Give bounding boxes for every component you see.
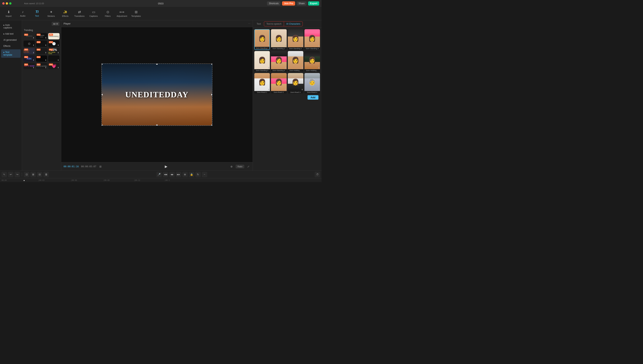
- download-icon[interactable]: ⬇: [45, 59, 47, 61]
- toolbar-audio[interactable]: ♪ Audio: [16, 8, 30, 19]
- selection-handle-ml[interactable]: [101, 94, 103, 96]
- joinpro-button[interactable]: Join Pro: [282, 1, 295, 6]
- download-icon[interactable]: ⬇: [33, 44, 34, 46]
- character-item[interactable]: 🧓 Dom-Row3 4 ⬇: [304, 73, 320, 94]
- download-icon[interactable]: ⬇: [268, 88, 269, 90]
- share-button[interactable]: Share: [297, 1, 306, 6]
- template-item[interactable]: Pro ⬇: [24, 33, 35, 40]
- snap-button[interactable]: ⊕: [182, 172, 188, 177]
- download-icon[interactable]: ⬇: [301, 45, 303, 47]
- selection-handle-bc[interactable]: [156, 125, 158, 126]
- zoom-out-button[interactable]: ◀◀: [163, 172, 168, 177]
- sidebar-item-ai-generated[interactable]: AI generated: [1, 37, 21, 43]
- character-item[interactable]: 👩 Dom-Row3 1 ⬇: [254, 73, 270, 94]
- download-icon[interactable]: ⬇: [33, 37, 34, 39]
- download-icon[interactable]: ⬇: [45, 44, 47, 46]
- toolbar-import[interactable]: ⬇ Import: [2, 8, 15, 19]
- template-item[interactable]: Pro making manifolds ⬇: [36, 63, 47, 69]
- player-menu-icon[interactable]: ⋯: [248, 22, 250, 25]
- trim-start-button[interactable]: ⊠: [31, 172, 36, 177]
- loop-button[interactable]: ↻: [195, 172, 201, 177]
- all-filter-button[interactable]: All ⊟: [52, 22, 60, 26]
- download-icon[interactable]: ⬇: [45, 52, 47, 54]
- character-item[interactable]: 👩 Dom–Standing 4 ⬇: [304, 29, 320, 50]
- toolbar-filters[interactable]: ⊙ Filters: [101, 8, 114, 19]
- tab-text[interactable]: Text: [254, 22, 263, 26]
- download-icon[interactable]: ⬇: [57, 59, 59, 61]
- toolbar-effects[interactable]: ✨ Effects: [59, 8, 72, 19]
- time-icon[interactable]: ⏱: [314, 172, 320, 177]
- selection-handle-br[interactable]: [211, 125, 212, 126]
- export-button[interactable]: Export: [308, 1, 319, 6]
- download-icon[interactable]: ⬇: [285, 67, 286, 69]
- toolbar-stickers[interactable]: ✦ Stickers: [44, 8, 58, 19]
- download-icon[interactable]: ⬇: [57, 52, 59, 54]
- template-item[interactable]: Pro ⬇: [36, 33, 47, 40]
- selection-handle-tr[interactable]: [211, 64, 212, 64]
- zoom-in-button[interactable]: ▶▶: [176, 172, 181, 177]
- download-icon[interactable]: ⬇: [318, 88, 319, 90]
- character-item[interactable]: 👩 Dom-Row3 2 ⬇: [271, 73, 286, 94]
- voiceover-button[interactable]: 🎤: [156, 172, 162, 177]
- download-icon[interactable]: ⬇: [33, 59, 34, 61]
- selection-handle-tl[interactable]: [101, 64, 103, 64]
- template-item[interactable]: ⊙ ⬇: [24, 40, 35, 47]
- download-icon[interactable]: ⬇: [301, 67, 303, 69]
- template-item[interactable]: Pro 🕐 ⬇: [48, 40, 60, 47]
- character-item[interactable]: 👩 Dom-Standing 5 ⬇: [254, 51, 270, 72]
- download-icon[interactable]: ⬇: [45, 37, 47, 39]
- download-icon[interactable]: ⬇: [268, 67, 269, 69]
- download-icon[interactable]: ⬇: [301, 88, 303, 90]
- download-icon[interactable]: ⬇: [57, 37, 59, 39]
- select-tool-button[interactable]: ↖: [2, 172, 7, 177]
- add-character-button[interactable]: Add: [307, 95, 318, 100]
- download-icon[interactable]: ⬇: [318, 67, 319, 69]
- delete-button[interactable]: 🗑: [44, 172, 49, 177]
- template-item[interactable]: Pro ⬇: [36, 40, 47, 47]
- template-item[interactable]: Pro TRY IT NOW! ⬇: [24, 63, 35, 69]
- trim-end-button[interactable]: ⊟: [37, 172, 42, 177]
- character-item[interactable]: 👩 Dom-Holding ... ⬇: [288, 51, 303, 72]
- toolbar-templates[interactable]: ⊞ Templates: [129, 8, 143, 19]
- character-item[interactable]: 👩 Dom-Standing 1 ⬇: [254, 29, 270, 50]
- download-icon[interactable]: ⬇: [57, 44, 59, 46]
- download-icon[interactable]: ⬇: [33, 52, 34, 54]
- tab-ai-characters[interactable]: AI Characters: [284, 22, 302, 26]
- template-item[interactable]: ⬇: [48, 56, 60, 62]
- selection-handle-bl[interactable]: [101, 125, 103, 126]
- character-item[interactable]: 👩 Dom-Standing 3 ⬇: [288, 29, 303, 50]
- shortcuts-button[interactable]: Shortcuts: [267, 1, 280, 6]
- tab-text-to-speech[interactable]: Text-to-speech: [264, 22, 284, 26]
- grid-view-button[interactable]: ⊞: [99, 164, 102, 169]
- download-icon[interactable]: ⬇: [318, 45, 319, 47]
- toolbar-captions[interactable]: ▭ Captions: [87, 8, 100, 19]
- sidebar-item-text-template[interactable]: ▸ Text template: [1, 49, 21, 58]
- split-button[interactable]: ⊡: [24, 172, 29, 177]
- sidebar-item-effects[interactable]: Effects: [1, 43, 21, 49]
- template-item[interactable]: Pro 25% GET MORE DONE ⬇: [48, 48, 60, 54]
- template-item[interactable]: Pro UNEDITEDDAY ⬇: [48, 33, 60, 40]
- template-item[interactable]: Pro ⬇: [36, 48, 47, 54]
- redo-button[interactable]: ↪: [15, 172, 20, 177]
- sidebar-item-add-text[interactable]: ▸ Add text: [1, 31, 21, 37]
- ratio-button[interactable]: Ratio: [236, 165, 244, 168]
- character-item[interactable]: 👩 Dom-Standing 2 ⬇: [271, 29, 286, 50]
- undo-button[interactable]: ↩: [8, 172, 14, 177]
- template-item[interactable]: Pro ENTRY LEVEL ⬇: [24, 48, 35, 54]
- video-preview[interactable]: UNEDITEDDAY ↻: [101, 64, 212, 126]
- play-button[interactable]: ▶: [165, 164, 167, 168]
- template-item[interactable]: Pro 💗 ⬇: [48, 63, 60, 69]
- toolbar-adjustment[interactable]: ⟺ Adjustment: [115, 8, 129, 19]
- fullscreen-button[interactable]: ⤢: [246, 164, 250, 169]
- character-item[interactable]: 👩 Dom-Row3 3 ⬇: [288, 73, 303, 94]
- fit-button[interactable]: ⊕: [230, 164, 233, 169]
- download-icon[interactable]: ⬇: [267, 44, 269, 46]
- character-item[interactable]: 👩 Dom-Standing 6 ⬇: [271, 51, 286, 72]
- download-icon[interactable]: ⬇: [57, 66, 59, 69]
- lock-button[interactable]: 🔒: [189, 172, 194, 177]
- toolbar-transitions[interactable]: ⇄ Transitions: [73, 8, 86, 19]
- download-icon[interactable]: ⬇: [285, 88, 286, 90]
- zoom-fit-button[interactable]: ◀▶: [169, 172, 175, 177]
- fullscreen-button[interactable]: [9, 2, 12, 4]
- minus-button[interactable]: −: [202, 172, 207, 177]
